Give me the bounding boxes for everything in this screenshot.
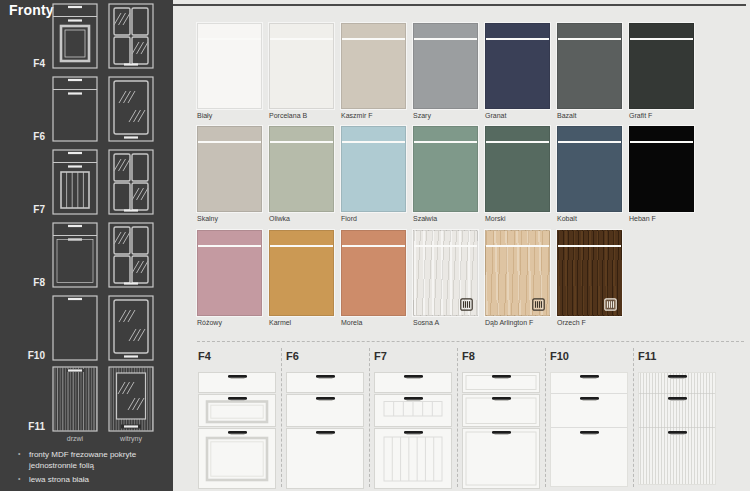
swatch-name: Bazalt	[557, 112, 622, 119]
front-color-sample	[629, 126, 694, 212]
front-sketch-row-f6: F6	[0, 76, 173, 143]
drawer-stack-drawing	[286, 372, 364, 489]
swatch-name: Kaszmir F	[341, 112, 406, 119]
front-style-f8: F8	[462, 350, 540, 362]
front-sketch-row-f11: F11	[0, 366, 173, 433]
front-color-sample	[197, 23, 262, 109]
swatch-bia-y: Biały	[197, 23, 262, 119]
swatch-name: Grafit F	[629, 112, 694, 119]
drawer-gap-line	[198, 245, 261, 247]
front-color-sample	[557, 126, 622, 212]
front-code-label: F8	[0, 277, 45, 288]
glass-column-label: witryny	[108, 435, 154, 442]
glass-door-sketch-icon	[108, 366, 154, 432]
front-style-label: F8	[462, 350, 540, 362]
door-sketch-icon	[52, 149, 98, 215]
front-color-sample	[413, 230, 478, 316]
drawer-stack-drawing	[374, 372, 452, 489]
front-style-f4: F4	[198, 350, 276, 362]
front-color-sample	[197, 230, 262, 316]
drawer-gap-line	[558, 38, 621, 40]
swatch-szary: Szary	[413, 23, 478, 119]
front-style-f10: F10	[550, 350, 628, 362]
swatch-name: Dąb Arlington F	[485, 319, 550, 326]
drawer-gap-line	[270, 245, 333, 247]
front-color-sample	[341, 230, 406, 316]
swatch-porcelana-b: Porcelana B	[269, 23, 334, 119]
drawer-gap-line	[342, 141, 405, 143]
drawer-stack-drawing	[198, 372, 276, 489]
front-color-sample	[485, 230, 550, 316]
door-sketch-icon	[52, 222, 98, 288]
front-style-label: F7	[374, 350, 452, 362]
front-notes-list: fronty MDF frezowane pokryte jednostronn…	[16, 449, 146, 491]
column-divider-dashed	[457, 348, 458, 487]
main-panel: BiałyPorcelana BKaszmir FSzaryGranatBaza…	[173, 0, 750, 491]
swatch-name: Oliwka	[269, 215, 334, 222]
swatch-row-1: BiałyPorcelana BKaszmir FSzaryGranatBaza…	[197, 23, 694, 119]
front-color-sample	[413, 23, 478, 109]
drawer-gap-line	[342, 245, 405, 247]
front-color-sample	[485, 23, 550, 109]
door-sketch-icon	[52, 366, 98, 432]
front-style-f11: F11	[638, 350, 716, 362]
swatch-name: Granat	[485, 112, 550, 119]
glass-door-sketch-icon	[108, 149, 154, 215]
front-code-label: F6	[0, 131, 45, 142]
front-sketch-row-f10: F10	[0, 295, 173, 362]
front-style-label: F6	[286, 350, 364, 362]
swatch-kaszmir-f: Kaszmir F	[341, 23, 406, 119]
swatch-name: Różowy	[197, 319, 262, 326]
front-color-sample	[197, 126, 262, 212]
wood-grain-direction-icon	[532, 298, 545, 311]
swatch-name: Morela	[341, 319, 406, 326]
swatch-grafit-f: Grafit F	[629, 23, 694, 119]
front-code-label: F7	[0, 204, 45, 215]
drawer-gap-line	[558, 141, 621, 143]
swatch-sosna-a: Sosna A	[413, 230, 478, 326]
top-rule-line	[173, 4, 746, 6]
drawer-stack-drawing	[550, 372, 628, 489]
swatch-bazalt: Bazalt	[557, 23, 622, 119]
front-style-label: F10	[550, 350, 628, 362]
drawer-stack-drawing	[638, 372, 716, 489]
drawer-gap-line	[198, 38, 261, 40]
column-divider-dashed	[281, 348, 282, 487]
front-sketch-row-f4: F4	[0, 3, 173, 70]
front-sketch-row-f8: F8	[0, 222, 173, 289]
swatch-karmel: Karmel	[269, 230, 334, 326]
swatch-name: Fiord	[341, 215, 406, 222]
wood-grain-direction-icon	[460, 298, 473, 311]
front-color-sample	[557, 230, 622, 316]
drawer-gap-line	[270, 38, 333, 40]
front-note: fronty MDF frezowane pokryte jednostronn…	[16, 449, 146, 471]
sidebar-fronts: Fronty F4F6F7F8F10F11 drzwi witryny fron…	[0, 0, 173, 491]
front-style-f6: F6	[286, 350, 364, 362]
swatch-sza-wia: Szałwia	[413, 126, 478, 222]
front-style-label: F11	[638, 350, 716, 362]
door-sketch-icon	[52, 3, 98, 69]
glass-door-sketch-icon	[108, 76, 154, 142]
swatch-name: Heban F	[629, 215, 694, 222]
front-color-sample	[341, 23, 406, 109]
drawer-gap-line	[342, 38, 405, 40]
glass-door-sketch-icon	[108, 295, 154, 361]
swatch-skalny: Skalny	[197, 126, 262, 222]
drawer-gap-line	[486, 38, 549, 40]
swatch-name: Szary	[413, 112, 478, 119]
swatch-name: Orzech F	[557, 319, 622, 326]
swatch-row-2: SkalnyOliwkaFiordSzałwiaMorskiKobaltHeba…	[197, 126, 694, 222]
front-sketch-row-f7: F7	[0, 149, 173, 216]
drawer-gap-line	[414, 38, 477, 40]
front-color-sample	[341, 126, 406, 212]
swatch-name: Skalny	[197, 215, 262, 222]
catalog-page: Fronty F4F6F7F8F10F11 drzwi witryny fron…	[0, 0, 750, 491]
column-divider-dashed	[545, 348, 546, 487]
front-color-sample	[269, 23, 334, 109]
drawer-gap-line	[414, 245, 477, 247]
front-color-sample	[269, 230, 334, 316]
drawer-gap-line	[486, 141, 549, 143]
front-color-sample	[269, 126, 334, 212]
door-sketch-icon	[52, 295, 98, 361]
swatch-orzech-f: Orzech F	[557, 230, 622, 326]
